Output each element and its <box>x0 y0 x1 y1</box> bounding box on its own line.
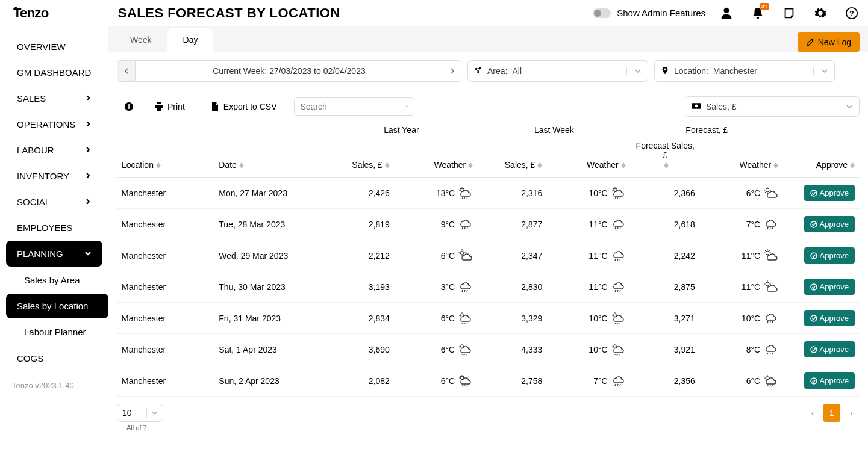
col-ly-weather[interactable]: Weather <box>395 135 478 178</box>
chevron-right-icon <box>84 93 92 104</box>
approve-button[interactable]: Approve <box>804 310 855 326</box>
table-row: ManchesterSun, 2 Apr 20232,0826°C2,7587°… <box>117 365 860 397</box>
cell-location: Manchester <box>117 303 214 334</box>
gear-icon[interactable] <box>814 7 827 20</box>
page-next-button[interactable]: › <box>843 404 860 422</box>
tab-day[interactable]: Day <box>167 28 214 52</box>
sidebar-item-inventory[interactable]: INVENTORY <box>6 163 102 189</box>
new-log-button[interactable]: New Log <box>798 32 860 52</box>
group-last-year: Last Year <box>325 122 478 135</box>
cell-ly-sales: 2,082 <box>325 365 395 397</box>
col-fc-weather[interactable]: Weather <box>700 135 783 178</box>
user-icon[interactable] <box>720 7 733 20</box>
approve-button[interactable]: Approve <box>804 216 855 232</box>
weather-icon <box>457 187 473 200</box>
chevron-down-icon <box>813 67 828 75</box>
note-icon[interactable] <box>782 7 796 20</box>
cell-location: Manchester <box>117 271 214 303</box>
cell-date: Sat, 1 Apr 2023 <box>214 334 325 365</box>
approve-button[interactable]: Approve <box>804 279 855 295</box>
search-field[interactable] <box>301 102 406 111</box>
svg-point-17 <box>811 190 817 196</box>
weather-icon <box>610 343 626 356</box>
sidebar-item-planning[interactable]: PLANNING <box>6 241 102 267</box>
col-lw-weather[interactable]: Weather <box>547 135 630 178</box>
weather-icon <box>457 343 473 356</box>
approve-button[interactable]: Approve <box>804 247 855 264</box>
sidebar-item-employees[interactable]: EMPLOYEES <box>6 215 102 241</box>
date-range-label[interactable]: Current Week: 27/03/2023 to 02/04/2023 <box>136 61 443 81</box>
notification-icon[interactable]: 31 <box>751 7 764 20</box>
page-prev-button[interactable]: ‹ <box>804 404 821 422</box>
edit-icon <box>806 38 814 46</box>
area-label: Area: <box>487 66 507 76</box>
col-fc-sales[interactable]: Forecast Sales, £ <box>631 135 700 178</box>
approve-button[interactable]: Approve <box>804 185 855 201</box>
cell-approve: Approve <box>783 334 860 365</box>
sidebar-sub-labour-planner[interactable]: Labour Planner <box>6 320 102 344</box>
date-prev-button[interactable] <box>117 61 136 81</box>
weather-cell: 3°C <box>395 271 478 303</box>
weather-cell: 6°C <box>395 365 478 397</box>
cell-date: Mon, 27 Mar 2023 <box>214 178 325 209</box>
area-icon <box>474 66 482 76</box>
weather-icon <box>610 218 626 231</box>
page-title: SALES FORECAST BY LOCATION <box>118 5 340 21</box>
cell-date: Wed, 29 Mar 2023 <box>214 240 325 271</box>
admin-toggle[interactable] <box>593 8 611 18</box>
search-input[interactable] <box>294 97 414 116</box>
chevron-right-icon <box>84 119 92 129</box>
svg-point-11 <box>664 68 666 70</box>
cell-date: Tue, 28 Mar 2023 <box>214 209 325 240</box>
col-date[interactable]: Date <box>214 122 325 178</box>
help-icon[interactable]: ? <box>845 7 858 20</box>
weather-icon <box>763 374 778 388</box>
tab-week[interactable]: Week <box>114 28 167 52</box>
cell-location: Manchester <box>117 178 214 209</box>
svg-point-14 <box>406 106 407 107</box>
sidebar-item-cogs[interactable]: COGS <box>6 345 102 371</box>
weather-icon <box>763 343 778 356</box>
weather-cell: 11°C <box>700 240 783 271</box>
col-location[interactable]: Location <box>117 122 214 178</box>
chevron-right-icon <box>84 197 92 207</box>
chevron-down-icon <box>838 103 853 110</box>
weather-icon <box>610 280 626 294</box>
print-button[interactable]: Print <box>154 102 185 111</box>
export-csv-button[interactable]: Export to CSV <box>210 102 277 111</box>
sidebar-item-operations[interactable]: OPERATIONS <box>6 111 102 137</box>
weather-icon <box>457 218 473 231</box>
sidebar-item-sales[interactable]: SALES <box>6 85 102 111</box>
approve-button[interactable]: Approve <box>804 372 855 389</box>
table-row: ManchesterMon, 27 Mar 20232,42613°C2,316… <box>117 178 860 209</box>
date-next-button[interactable] <box>443 61 461 81</box>
col-approve[interactable]: Approve <box>783 122 860 178</box>
weather-cell: 6°C <box>700 178 783 209</box>
weather-cell: 8°C <box>700 334 783 365</box>
area-dropdown[interactable]: Area: All <box>467 60 648 82</box>
weather-cell: 10°C <box>547 334 630 365</box>
sidebar-item-overview[interactable]: OVERVIEW <box>6 34 102 60</box>
table-row: ManchesterTue, 28 Mar 20232,8199°C2,8771… <box>117 209 860 240</box>
approve-button[interactable]: Approve <box>804 341 855 357</box>
sidebar-item-gm-dashboard[interactable]: GM DASHBOARD <box>6 60 102 85</box>
location-dropdown[interactable]: Location: Manchester <box>654 60 835 82</box>
pagination: ‹ 1 › <box>804 404 860 422</box>
page-number-button[interactable]: 1 <box>823 404 840 422</box>
info-icon[interactable]: i <box>124 102 134 111</box>
sidebar-item-label: INVENTORY <box>17 171 69 181</box>
sidebar-sub-sales-by-location[interactable]: Sales by Location <box>6 294 108 318</box>
group-forecast: Forecast, £ <box>631 122 783 135</box>
sidebar-item-social[interactable]: SOCIAL <box>6 189 102 215</box>
sidebar-item-labour[interactable]: LABOUR <box>6 137 102 163</box>
page-size-dropdown[interactable]: 10 <box>117 404 163 422</box>
chevron-down-icon <box>626 67 642 75</box>
col-ly-sales[interactable]: Sales, £ <box>325 135 395 178</box>
logo[interactable]: Tenzo <box>13 6 65 20</box>
col-lw-sales[interactable]: Sales, £ <box>478 135 547 178</box>
weather-icon <box>457 280 473 294</box>
metric-dropdown[interactable]: Sales, £ <box>685 96 860 117</box>
sidebar-sub-sales-by-area[interactable]: Sales by Area <box>6 268 102 292</box>
group-last-week: Last Week <box>478 122 630 135</box>
cell-fc-sales: 2,618 <box>631 209 700 240</box>
